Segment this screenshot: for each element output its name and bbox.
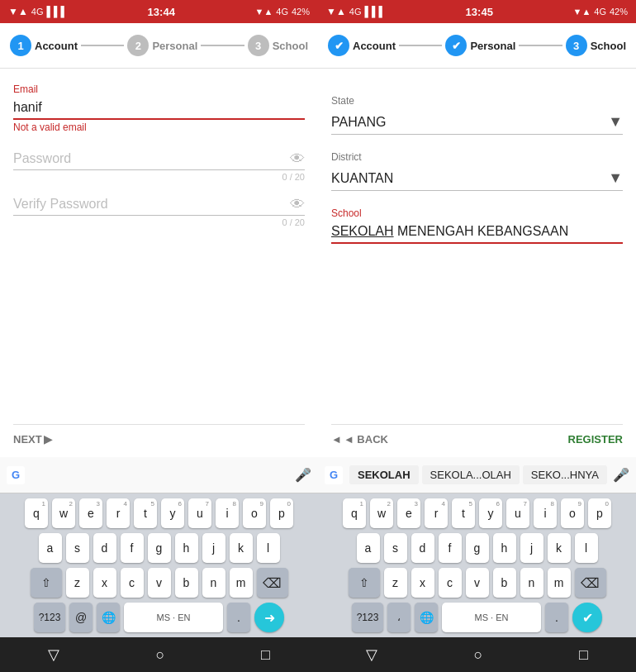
right-key-e[interactable]: e3 (397, 498, 420, 528)
key-e[interactable]: e3 (79, 498, 102, 528)
email-input[interactable] (13, 97, 305, 118)
key-s[interactable]: s (66, 533, 89, 563)
suggestion-3[interactable]: SEKO...HNYA (523, 465, 607, 484)
back-button[interactable]: ◄ ◄ BACK (331, 433, 388, 446)
right-key-z[interactable]: z (384, 568, 407, 598)
password-input-row[interactable]: 👁︎ (13, 148, 305, 170)
right-key-q[interactable]: q1 (343, 498, 366, 528)
school-input-row[interactable]: SEKOLAH MENENGAH KEBANGSAAN (331, 221, 623, 244)
right-key-p[interactable]: p0 (588, 498, 611, 528)
key-enter[interactable]: ➜ (254, 603, 284, 632)
key-a[interactable]: a (39, 533, 62, 563)
right-key-l[interactable]: l (575, 533, 598, 563)
right-key-v[interactable]: v (466, 568, 489, 598)
key-globe[interactable]: 🌐 (97, 603, 120, 632)
right-key-j[interactable]: j (520, 533, 543, 563)
key-j[interactable]: j (202, 533, 225, 563)
right-key-period[interactable]: . (545, 603, 568, 632)
state-dropdown[interactable]: PAHANG ▼ (331, 108, 623, 135)
right-battery-icon: 42% (610, 7, 628, 17)
keyboard-rows-right[interactable]: q1 w2 e3 r4 t5 y6 u7 i8 o9 p0 a s d f g … (318, 493, 636, 637)
right-key-c[interactable]: c (439, 568, 462, 598)
right-key-n[interactable]: n (520, 568, 543, 598)
key-g[interactable]: g (148, 533, 171, 563)
right-key-s[interactable]: s (384, 533, 407, 563)
key-delete[interactable]: ⌫ (257, 568, 288, 598)
right-step-1-circle: ✔ (328, 35, 349, 56)
key-l[interactable]: l (257, 533, 280, 563)
right-key-o[interactable]: o9 (561, 498, 584, 528)
right-key-k[interactable]: k (548, 533, 571, 563)
key-period[interactable]: . (227, 603, 250, 632)
mic-left-icon[interactable]: 🎤 (295, 467, 311, 483)
key-z[interactable]: z (66, 568, 89, 598)
home-nav-icon[interactable]: ○ (156, 646, 165, 664)
key-at[interactable]: @ (69, 603, 93, 632)
right-key-i[interactable]: i8 (534, 498, 557, 528)
key-y[interactable]: y6 (161, 498, 184, 528)
key-h[interactable]: h (175, 533, 198, 563)
right-key-g[interactable]: g (466, 533, 489, 563)
right-key-b[interactable]: b (493, 568, 516, 598)
right-key-d[interactable]: d (411, 533, 434, 563)
district-dropdown[interactable]: KUANTAN ▼ (331, 164, 623, 191)
password-input[interactable] (13, 148, 290, 169)
right-key-done[interactable]: ✔ (572, 603, 602, 632)
key-x[interactable]: x (93, 568, 116, 598)
key-num[interactable]: ?123 (34, 603, 65, 632)
key-v[interactable]: v (148, 568, 171, 598)
key-r[interactable]: r4 (107, 498, 130, 528)
key-n[interactable]: n (202, 568, 225, 598)
key-u[interactable]: u7 (188, 498, 211, 528)
right-key-x[interactable]: x (411, 568, 434, 598)
key-w[interactable]: w2 (52, 498, 75, 528)
verify-input[interactable] (13, 193, 290, 215)
next-button[interactable]: NEXT ▶ (13, 433, 52, 446)
right-key-space[interactable]: MS · EN (442, 603, 541, 632)
bottom-nav-left: ▽ ○ □ (0, 637, 318, 672)
key-o[interactable]: o9 (243, 498, 266, 528)
verify-input-row[interactable]: 👁︎ (13, 193, 305, 216)
key-m[interactable]: m (230, 568, 253, 598)
right-home-nav-icon[interactable]: ○ (474, 646, 483, 664)
email-input-row[interactable] (13, 97, 305, 120)
right-key-delete[interactable]: ⌫ (575, 568, 606, 598)
key-d[interactable]: d (93, 533, 116, 563)
register-button[interactable]: REGISTER (568, 433, 623, 446)
suggestion-1[interactable]: SEKOLAH (349, 465, 419, 484)
key-t[interactable]: t5 (134, 498, 157, 528)
back-nav-icon[interactable]: ▽ (48, 646, 59, 664)
right-key-a[interactable]: a (357, 533, 380, 563)
right-key-comma[interactable]: ، (387, 603, 411, 632)
right-key-m[interactable]: m (548, 568, 571, 598)
right-key-t[interactable]: t5 (452, 498, 475, 528)
key-k[interactable]: k (230, 533, 253, 563)
right-key-globe[interactable]: 🌐 (415, 603, 438, 632)
key-p[interactable]: p0 (270, 498, 293, 528)
left-phone: ▼▲ 4G ▌▌▌ 13:44 ▼▲ 4G 42% 1 Account 2 Pe… (0, 0, 318, 672)
keyboard-rows-left[interactable]: q1 w2 e3 r4 t5 y6 u7 i8 o9 p0 a s d f g … (0, 493, 318, 637)
key-b[interactable]: b (175, 568, 198, 598)
right-key-f[interactable]: f (439, 533, 462, 563)
right-key-y[interactable]: y6 (479, 498, 502, 528)
key-f[interactable]: f (121, 533, 144, 563)
step-line-2 (201, 45, 244, 46)
verify-eye-icon[interactable]: 👁︎ (290, 196, 305, 213)
key-space[interactable]: MS · EN (124, 603, 223, 632)
right-back-nav-icon[interactable]: ▽ (366, 646, 377, 664)
key-shift[interactable]: ⇧ (31, 568, 62, 598)
right-key-w[interactable]: w2 (370, 498, 393, 528)
key-c[interactable]: c (121, 568, 144, 598)
right-recents-nav-icon[interactable]: □ (579, 646, 588, 664)
right-mic-icon[interactable]: 🎤 (613, 467, 629, 483)
right-key-h[interactable]: h (493, 533, 516, 563)
password-eye-icon[interactable]: 👁︎ (290, 150, 305, 168)
right-key-r[interactable]: r4 (425, 498, 448, 528)
right-key-u[interactable]: u7 (506, 498, 529, 528)
suggestion-2[interactable]: SEKOLA...OLAH (422, 465, 520, 484)
key-q[interactable]: q1 (25, 498, 48, 528)
right-key-num[interactable]: ?123 (352, 603, 383, 632)
key-i[interactable]: i8 (216, 498, 239, 528)
right-key-shift[interactable]: ⇧ (349, 568, 380, 598)
recents-nav-icon[interactable]: □ (261, 646, 270, 664)
